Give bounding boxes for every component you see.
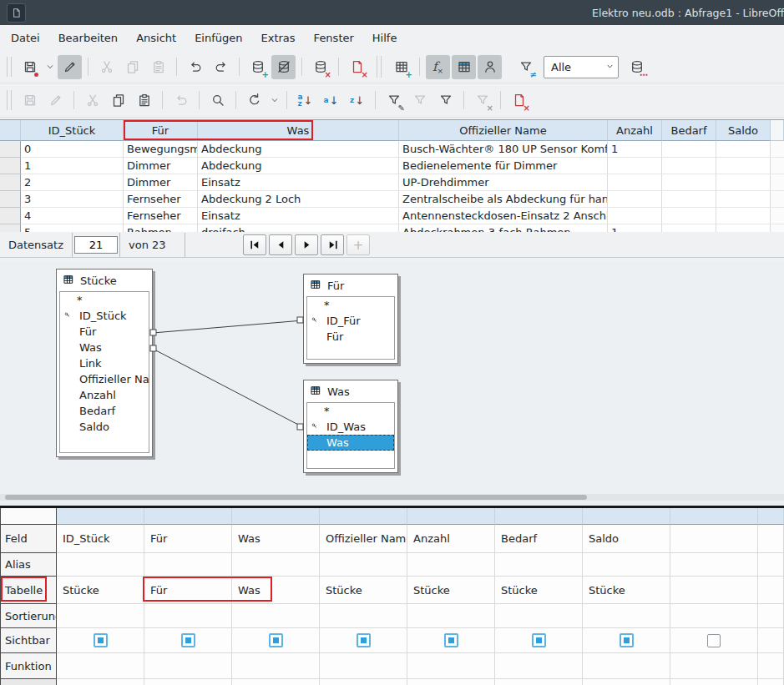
row-label-tabelle[interactable]: Tabelle: [0, 577, 57, 604]
field-row-offiziellernam[interactable]: Offizieller Nam: [60, 371, 149, 387]
save-button[interactable]: [18, 55, 42, 79]
copy-button[interactable]: [106, 88, 130, 113]
visibility-checkbox[interactable]: [94, 633, 108, 647]
row-label-feld[interactable]: Feld: [0, 525, 57, 553]
edit-data-toggle[interactable]: [271, 55, 296, 79]
cell[interactable]: Dimmer: [124, 174, 198, 191]
alias-cell[interactable]: [232, 553, 320, 577]
menu-item-bearbeiten[interactable]: Bearbeiten: [49, 28, 127, 48]
field-row-saldo[interactable]: Saldo: [60, 419, 149, 435]
field-row-bedarf[interactable]: Bedarf: [60, 403, 149, 419]
sichtbar-cell[interactable]: [407, 628, 495, 653]
copy-button[interactable]: [120, 55, 144, 79]
feld-cell[interactable]: Für: [144, 525, 232, 553]
field-row-id_was[interactable]: ID_Was: [307, 419, 394, 435]
grid-column-header[interactable]: [320, 508, 407, 525]
tabelle-cell[interactable]: [670, 577, 758, 604]
grid-corner[interactable]: [0, 508, 57, 525]
column-header-offiziellername[interactable]: Offizieller Name: [399, 120, 608, 141]
edit-record-button[interactable]: [43, 88, 68, 113]
clear-query-button[interactable]: ×: [308, 55, 332, 79]
field-row-fr[interactable]: Für: [307, 329, 394, 345]
refresh-button[interactable]: [242, 88, 266, 113]
sortierung-cell[interactable]: [320, 604, 407, 628]
funktion-cell[interactable]: [232, 653, 320, 679]
field-row-was[interactable]: Was: [307, 435, 394, 451]
visibility-checkbox[interactable]: [357, 633, 371, 647]
cell[interactable]: Einsatz: [198, 174, 399, 191]
field-row-was[interactable]: Was: [60, 340, 149, 355]
cell[interactable]: Zentralscheibe als Abdeckung für handels: [399, 191, 608, 208]
cell[interactable]: [662, 141, 716, 158]
field-row-star[interactable]: *: [60, 292, 149, 308]
sichtbar-cell[interactable]: [144, 628, 232, 653]
cell[interactable]: 4: [21, 208, 124, 224]
grid-column-header[interactable]: [57, 508, 144, 525]
run-sql-button[interactable]: ⋯: [625, 55, 649, 79]
cell[interactable]: Fernseher: [124, 191, 198, 208]
funktion-cell[interactable]: [57, 653, 144, 679]
diagram-table-fr[interactable]: Für*ID_FürFür: [303, 274, 398, 364]
visibility-checkbox[interactable]: [620, 633, 634, 647]
cell[interactable]: Busch-Wächter® 180 UP Sensor Komfort: [399, 141, 608, 158]
funktion-cell[interactable]: [670, 653, 758, 679]
sortierung-cell[interactable]: [57, 604, 144, 628]
diagram-table-stcke[interactable]: Stücke*ID_StückFürWasLinkOffizieller Nam…: [56, 269, 153, 457]
column-header-fr[interactable]: Für: [124, 120, 198, 141]
funktion-cell[interactable]: [407, 653, 495, 679]
row-selector[interactable]: [0, 158, 21, 174]
cell[interactable]: 3: [21, 191, 124, 208]
horizontal-scrollbar[interactable]: [0, 494, 784, 501]
apply-filter-button[interactable]: [407, 88, 432, 113]
cell[interactable]: [716, 208, 771, 224]
close-preview-button[interactable]: ×: [507, 88, 531, 113]
field-row-star[interactable]: *: [307, 403, 394, 419]
column-header-idstck[interactable]: ID_Stück: [21, 120, 124, 141]
row-label-funktion[interactable]: Funktion: [0, 653, 57, 679]
alias-cell[interactable]: [320, 553, 407, 577]
tabelle-cell[interactable]: Stücke: [57, 577, 144, 604]
sichtbar-cell[interactable]: [320, 628, 407, 653]
feld-cell[interactable]: ID_Stück: [57, 525, 144, 553]
menu-item-datei[interactable]: Datei: [2, 28, 49, 48]
parameters-button[interactable]: ≠: [513, 55, 538, 79]
limit-combobox[interactable]: Alle: [544, 56, 619, 78]
grid-column-header[interactable]: [758, 508, 784, 525]
alias-cell[interactable]: [407, 553, 495, 577]
menu-item-ansicht[interactable]: Ansicht: [127, 28, 185, 48]
tabelle-cell[interactable]: Für: [144, 577, 232, 604]
toolbar-handle[interactable]: [7, 90, 12, 110]
visibility-checkbox[interactable]: [181, 633, 195, 647]
cell[interactable]: Fernseher: [124, 208, 198, 224]
cell[interactable]: 1: [608, 141, 662, 158]
field-row-fr[interactable]: Für: [60, 324, 149, 340]
table-corner[interactable]: [0, 120, 21, 141]
cell[interactable]: 2: [21, 174, 124, 191]
alias-cell[interactable]: [57, 553, 144, 577]
alias-cell[interactable]: [583, 553, 670, 577]
tabelle-cell[interactable]: Stücke: [320, 577, 407, 604]
first-record-button[interactable]: [243, 234, 266, 255]
diagram-table-was[interactable]: Was*ID_WasWas: [303, 380, 398, 473]
column-header-was[interactable]: Was: [198, 120, 399, 141]
undo-button[interactable]: [169, 88, 193, 113]
tabelle-cell[interactable]: Stücke: [583, 577, 670, 604]
sort-descending-button[interactable]: z↓: [345, 88, 369, 113]
cell[interactable]: UP-Drehdimmer: [399, 174, 608, 191]
feld-cell[interactable]: Was: [232, 525, 320, 553]
grid-column-header[interactable]: [407, 508, 495, 525]
grid-column-header[interactable]: [583, 508, 670, 525]
cell[interactable]: [716, 191, 771, 208]
cell[interactable]: Abdeckung: [198, 158, 399, 174]
row-label-sortierung[interactable]: Sortierung: [0, 604, 57, 628]
functions-toggle[interactable]: f×: [426, 55, 450, 79]
record-number-input[interactable]: [74, 236, 118, 254]
sichtbar-cell[interactable]: [670, 628, 758, 653]
visibility-checkbox[interactable]: [269, 633, 283, 647]
field-row-id_stck[interactable]: ID_Stück: [60, 308, 149, 324]
cell[interactable]: [608, 191, 662, 208]
cell[interactable]: Dimmer: [124, 158, 198, 174]
edit-toggle[interactable]: [58, 55, 82, 79]
feld-cell[interactable]: [670, 525, 758, 553]
cell[interactable]: Einsatz: [198, 208, 399, 224]
